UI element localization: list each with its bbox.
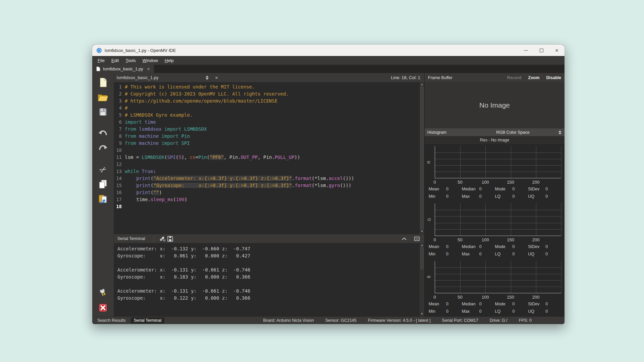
document-name: lsm6dsox_basic_1.py — [117, 75, 158, 80]
editor-scrollbar[interactable]: ▲ ▼ — [420, 82, 424, 234]
terminal-line — [117, 281, 420, 288]
code-line[interactable]: 2# Copyright (c) 2013-2023 OpenMV LLC. A… — [114, 90, 420, 98]
detach-terminal-button[interactable] — [413, 235, 421, 242]
scrollbar-thumb[interactable] — [420, 86, 424, 230]
open-folder-icon — [98, 93, 108, 102]
zoom-button[interactable]: Zoom — [528, 75, 540, 80]
editor-header: lsm6dsox_basic_1.py × Line: 18, Col: 1 — [114, 73, 424, 82]
disable-button[interactable]: Disable — [546, 75, 561, 80]
line-number: 14 — [114, 175, 125, 182]
terminal-scrollbar[interactable]: ▲ ▼ — [420, 243, 424, 316]
x-tick: 100 — [482, 237, 489, 242]
x-tick: 50 — [458, 237, 462, 242]
code-line[interactable]: 13while True: — [114, 168, 420, 175]
code-line[interactable]: 18 — [114, 203, 420, 210]
status-item[interactable]: Drive: G:/ — [490, 318, 507, 323]
code-text: # https://github.com/openmv/openmv/blob/… — [125, 98, 277, 105]
line-number: 16 — [114, 189, 125, 196]
scroll-down-icon[interactable]: ▼ — [421, 312, 423, 316]
new-file-icon — [99, 77, 108, 87]
menu-item-help[interactable]: Help — [161, 57, 177, 64]
title-bar[interactable]: lsm6dsox_basic_1.py - OpenMV IDE × — [92, 45, 565, 56]
tab-close-icon[interactable]: × — [147, 67, 150, 71]
code-line[interactable]: 14 print("Accelerometer: x:{:>8.3f} y:{:… — [114, 175, 420, 182]
status-item[interactable]: Board: Arduino Nicla Vision — [263, 318, 314, 323]
code-line[interactable]: 3# https://github.com/openmv/openmv/blob… — [114, 98, 420, 105]
code-line[interactable]: 7from lsm6dsox import LSM6DSOX — [114, 126, 420, 133]
x-tick: 0 — [433, 295, 436, 300]
scroll-up-icon[interactable]: ▲ — [421, 82, 423, 86]
maximize-button[interactable] — [534, 45, 549, 56]
menu-bar: FileEditToolsWindowHelp — [92, 56, 565, 65]
serial-terminal[interactable]: Accelerometer: x: -0.132 y: -0.660 z: -0… — [114, 243, 424, 316]
tab-lsm6dsox-basic-1[interactable]: lsm6dsox_basic_1.py × — [92, 65, 154, 73]
histogram-plot-g: G — [435, 203, 561, 236]
connect-button[interactable] — [97, 287, 109, 299]
close-icon: × — [555, 48, 558, 53]
scroll-down-icon[interactable]: ▼ — [421, 230, 423, 234]
menu-item-tools[interactable]: Tools — [122, 57, 139, 64]
menu-item-file[interactable]: File — [94, 57, 108, 64]
save-file-button[interactable] — [97, 106, 109, 118]
code-text: time.sleep_ms(100) — [125, 196, 187, 203]
editor-close-icon[interactable]: × — [215, 75, 218, 80]
stat-mean: Mean0 — [429, 187, 462, 191]
code-line[interactable]: 17 time.sleep_ms(100) — [114, 196, 420, 203]
save-icon — [98, 107, 108, 117]
status-item[interactable]: Sensor: GC2145 — [325, 318, 357, 323]
code-line[interactable]: 11lsm = LSM6DSOX(SPI(5), cs=Pin("PF6", P… — [114, 154, 420, 161]
code-line[interactable]: 5# LSM6DSOX Gyro example. — [114, 112, 420, 119]
code-line[interactable]: 16 print("") — [114, 189, 420, 196]
cut-button[interactable]: ✂ — [97, 164, 109, 176]
code-line[interactable]: 6import time — [114, 119, 420, 126]
document-selector[interactable]: lsm6dsox_basic_1.py × — [117, 75, 218, 80]
code-text: from machine import SPI — [125, 140, 190, 147]
record-button: Record — [507, 75, 521, 80]
terminal-output[interactable]: Accelerometer: x: -0.132 y: -0.660 z: -0… — [114, 243, 420, 316]
menu-item-edit[interactable]: Edit — [108, 57, 122, 64]
code-line[interactable]: 12 — [114, 161, 420, 168]
new-file-button[interactable] — [97, 76, 109, 88]
code-line[interactable]: 15 print("Gyroscope: x:{:>8.3f} y:{:>8.3… — [114, 182, 420, 189]
left-toolbar: ✂ — [92, 73, 114, 316]
paste-button[interactable] — [97, 193, 109, 205]
close-button[interactable]: × — [549, 45, 565, 56]
x-tick: 150 — [507, 180, 514, 185]
line-number: 2 — [114, 90, 125, 98]
histogram-channel-b: B050100150200Mean0Median0Mode0StDev0Min0… — [425, 259, 565, 316]
code-line[interactable]: 9from machine import SPI — [114, 140, 420, 147]
resolution-text: Res - No Image — [425, 136, 565, 144]
code-lines[interactable]: 1# This work is licensed under the MIT l… — [114, 82, 420, 234]
code-editor[interactable]: 1# This work is licensed under the MIT l… — [114, 82, 424, 234]
menu-item-window[interactable]: Window — [139, 57, 161, 64]
scrollbar-thumb[interactable] — [420, 247, 424, 269]
scroll-up-icon[interactable]: ▲ — [421, 243, 423, 247]
status-item[interactable]: Firmware Version: 4.5.0 - [ latest ] — [368, 318, 431, 323]
undo-button[interactable] — [97, 127, 109, 139]
split-arrows-icon[interactable] — [558, 130, 562, 135]
code-line[interactable]: 10 — [114, 147, 420, 154]
status-item[interactable]: FPS: 0 — [519, 318, 532, 323]
status-tab-search-results[interactable]: Search Results — [94, 317, 129, 323]
cursor-position: Line: 18, Col: 1 — [391, 75, 420, 80]
color-space-select[interactable]: RGB Color Space — [468, 130, 558, 135]
stat-stdev: StDev0 — [528, 244, 561, 249]
stat-uq: UQ0 — [528, 252, 561, 256]
minimize-button[interactable] — [518, 45, 534, 56]
stat-max: Max0 — [462, 252, 495, 256]
code-line[interactable]: 1# This work is licensed under the MIT l… — [114, 83, 420, 90]
open-file-button[interactable] — [97, 91, 109, 103]
status-item[interactable]: Serial Port: COM17 — [442, 318, 478, 323]
stop-button[interactable] — [97, 302, 109, 314]
frame-buffer-title: Frame Buffer — [428, 75, 452, 80]
no-image-text: No Image — [479, 101, 510, 109]
collapse-terminal-button[interactable] — [400, 235, 408, 242]
copy-button[interactable] — [97, 178, 109, 190]
redo-button[interactable] — [97, 142, 109, 154]
save-log-button[interactable] — [166, 235, 174, 242]
status-tab-serial-terminal[interactable]: Serial Terminal — [131, 317, 164, 323]
clear-terminal-button[interactable] — [158, 235, 166, 242]
code-line[interactable]: 4# — [114, 105, 420, 112]
split-arrows-icon[interactable] — [205, 75, 209, 80]
code-line[interactable]: 8from machine import Pin — [114, 133, 420, 140]
